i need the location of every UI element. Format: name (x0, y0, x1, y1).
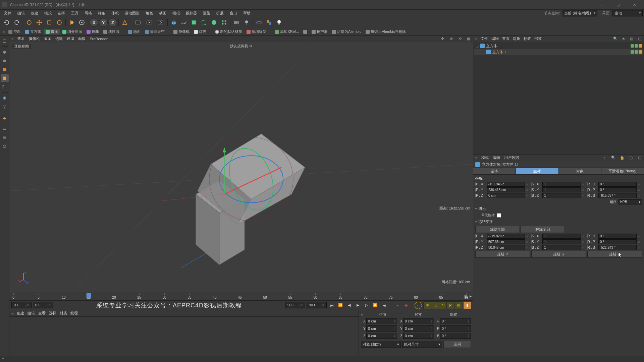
attr-p-input[interactable]: 0 cm (487, 193, 525, 198)
coord-rot-input[interactable]: 0 °▵▿ (440, 318, 471, 324)
lt-layer1[interactable] (1, 125, 9, 133)
freeze-s-button[interactable]: 冻结 S (531, 251, 586, 258)
attr-r-input[interactable]: 0 ° (598, 187, 637, 192)
tree-row[interactable]: ⊟立方体 (474, 43, 643, 49)
select-tool[interactable] (24, 18, 34, 27)
add-deformer[interactable] (199, 18, 209, 27)
attr-r-input[interactable]: 0 ° (598, 182, 637, 187)
attr-s-input[interactable]: 1 (542, 182, 581, 187)
attr-p-input[interactable]: 507.38 cm (487, 239, 525, 244)
sub-field[interactable]: 线性域 (101, 29, 121, 35)
om-filter-icon[interactable]: ▤ (629, 37, 634, 41)
menu-volume[interactable]: 体积 (109, 10, 121, 16)
coord-pos-input[interactable]: 0 cm▵▿ (366, 333, 397, 339)
phong-tag-icon[interactable] (639, 50, 642, 54)
attr-s-input[interactable]: 1 (542, 187, 581, 192)
vp-nav4-icon[interactable]: ▦ (466, 37, 471, 41)
am-new-icon[interactable]: ▢ (629, 156, 633, 160)
coord-size-drop[interactable]: 绝对尺寸▾ (402, 341, 442, 348)
tab-phong[interactable]: 平滑着色(Phong) (601, 168, 644, 174)
sub-xref[interactable]: 添加XRef... (273, 29, 301, 35)
lt-model-mode[interactable] (1, 48, 9, 56)
menu-create[interactable]: 创建 (28, 10, 41, 16)
next-frame-button[interactable]: ▷ (363, 302, 370, 309)
vh-display[interactable]: 显示 (44, 36, 51, 41)
vis-tag-icon[interactable] (635, 50, 638, 54)
tab-coord[interactable]: 坐标 (516, 168, 558, 174)
vp-nav2-icon[interactable]: ⊕ (449, 37, 453, 41)
freeze-all-button[interactable]: 冻结全部 (475, 226, 519, 233)
render-view[interactable] (132, 18, 143, 27)
om-bookmarks[interactable]: 书签 (534, 36, 542, 41)
add-generator[interactable] (189, 18, 199, 27)
attr-r-input[interactable]: 0 ° (598, 234, 637, 239)
search-icon[interactable]: 🔍 (613, 37, 618, 41)
sub-floor[interactable]: 地面 (126, 29, 143, 35)
vh-camera[interactable]: 摄像机 (29, 36, 40, 41)
key-scale-button[interactable]: ⬚ (431, 302, 439, 309)
menu-tools[interactable]: 工具 (68, 10, 81, 16)
prev-key-button[interactable]: ⏪ (337, 302, 344, 309)
y-axis-toggle[interactable]: Y (99, 18, 108, 27)
play-button[interactable]: ▶ (354, 302, 362, 309)
am-lock-icon[interactable]: 🔒 (620, 156, 625, 160)
tab-object[interactable]: 对象 (559, 168, 601, 174)
quat-section[interactable]: 四元 (475, 205, 642, 212)
sub-tag[interactable]: 新增标签 (245, 29, 268, 35)
move-tool[interactable] (35, 18, 44, 27)
node-space-dropdown[interactable]: 当前 (标准/物理) (562, 10, 597, 16)
freeze-section[interactable]: 冻结变换 (475, 218, 642, 225)
om-file[interactable]: 文件 (481, 36, 488, 41)
menu-animate[interactable]: 动画 (156, 10, 169, 16)
attr-s-input[interactable]: 1 (542, 193, 581, 198)
menu-mode[interactable]: 模式 (42, 10, 54, 16)
menu-help[interactable]: 帮助 (240, 10, 253, 16)
om-max-icon[interactable]: ▢ (637, 37, 642, 41)
scale-tool[interactable] (45, 18, 54, 27)
attr-p-input[interactable]: 236.413 cm (487, 187, 525, 192)
add-tag[interactable] (264, 18, 274, 27)
expand-icon[interactable]: ⊟ (475, 44, 479, 48)
sub-bend[interactable]: 扭曲 (85, 29, 101, 35)
vis-tag-icon[interactable] (631, 50, 634, 54)
coord-rot-input[interactable]: 0 °▵▿ (440, 325, 471, 331)
sub-null[interactable]: 空白 (6, 29, 23, 35)
z-axis-toggle[interactable]: Z (108, 18, 117, 27)
freeze-p-button[interactable]: 冻结 P (475, 251, 530, 258)
sub-alembic2[interactable]: 烘焙为Alembic并删除 (364, 29, 408, 35)
attr-r-input[interactable]: -615.037 ° (598, 193, 637, 198)
render-pv[interactable] (144, 18, 155, 27)
mat-select[interactable]: 选择 (49, 311, 56, 316)
vh-filter[interactable]: 过滤 (67, 36, 74, 41)
key-rot-button[interactable]: ⟲ (439, 302, 446, 309)
attr-s-input[interactable]: 1 (542, 234, 581, 239)
menu-simulate[interactable]: 模拟 (170, 10, 182, 16)
sub-alembic1[interactable]: 烘焙为Alembic (330, 29, 363, 35)
key-param-button[interactable]: P (447, 302, 454, 309)
tl-len-field[interactable]: 90 F▵▿ (307, 302, 327, 308)
lt-poly-mode[interactable] (1, 83, 9, 91)
coord-apply-button[interactable]: 应用 (443, 341, 471, 348)
menu-render[interactable]: 渲染 (200, 10, 213, 16)
om-eye-icon[interactable]: 👁 (621, 37, 626, 41)
coord-size-input[interactable]: 0 cm▵▿ (403, 318, 434, 324)
add-mograph[interactable] (219, 18, 229, 27)
om-tags[interactable]: 标签 (524, 36, 531, 41)
lt-snap-b[interactable]: S (1, 103, 9, 111)
vp-nav1-icon[interactable]: ✥ (440, 37, 445, 41)
lt-edge-mode[interactable] (1, 74, 9, 82)
render-settings[interactable] (155, 18, 166, 27)
add-environment[interactable] (209, 18, 219, 27)
om-object[interactable]: 对象 (513, 36, 520, 41)
sub-extrude[interactable]: 挤压 (44, 29, 60, 35)
autokey-button[interactable]: ◉ (402, 302, 410, 309)
tree-row[interactable]: 立方体.1 (474, 49, 643, 55)
key-pos-button[interactable]: ✥ (424, 302, 431, 309)
attr-p-input[interactable]: -151.945 c (487, 182, 525, 187)
rotate-tool[interactable] (55, 18, 64, 27)
lt-layer2[interactable] (1, 133, 9, 141)
attr-p-input[interactable]: 80.047 cm (487, 245, 525, 250)
lt-script[interactable] (1, 142, 9, 150)
lt-workplane[interactable] (1, 114, 9, 122)
bulb-icon[interactable] (274, 18, 284, 27)
